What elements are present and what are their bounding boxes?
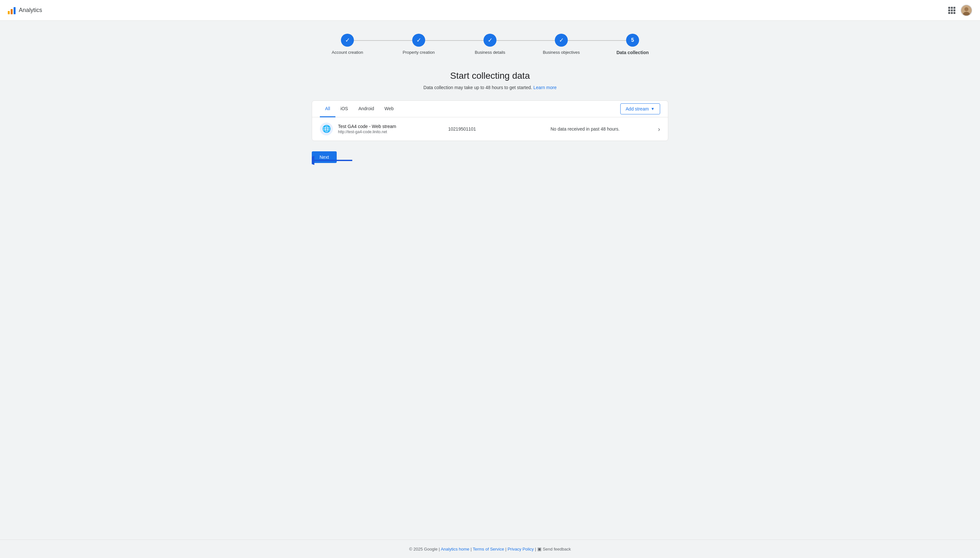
user-avatar[interactable]	[960, 5, 972, 16]
step-label-1: Account creation	[332, 50, 363, 55]
svg-point-1	[964, 7, 969, 11]
step-number-5: 5	[631, 37, 634, 43]
tabs-left: All iOS Android Web	[320, 101, 399, 117]
step-circle-3: ✓	[484, 34, 496, 47]
logo-bar-1	[8, 11, 10, 14]
step-account-creation: ✓ Account creation	[312, 34, 383, 55]
step-label-4: Business objectives	[543, 50, 580, 55]
arrow-annotation	[312, 151, 354, 169]
checkmark-4: ✓	[559, 37, 564, 44]
step-label-3: Business details	[475, 50, 505, 55]
tab-android[interactable]: Android	[353, 101, 379, 117]
next-button-container: Next	[312, 151, 668, 163]
footer-separator-4: |	[535, 547, 537, 551]
stream-url: http://test-ga4-code.linito.net	[338, 130, 435, 134]
stream-chevron-right-icon: ›	[658, 125, 660, 133]
privacy-link[interactable]: Privacy Policy	[507, 547, 534, 551]
step-circle-2: ✓	[412, 34, 425, 47]
analytics-logo	[8, 7, 16, 14]
globe-icon: 🌐	[322, 125, 331, 133]
stream-id: 10219501101	[435, 126, 551, 131]
subtitle-text: Data collection may take up to 48 hours …	[424, 85, 532, 90]
page-footer: © 2025 Google | Analytics home | Terms o…	[0, 540, 980, 558]
step-circle-4: ✓	[555, 34, 568, 47]
step-circle-5: 5	[626, 34, 639, 47]
feedback-label: Send feedback	[543, 547, 571, 551]
page-title: Start collecting data	[450, 71, 530, 81]
step-label-2: Property creation	[403, 50, 435, 55]
tab-all[interactable]: All	[320, 101, 335, 117]
header-right	[948, 5, 972, 16]
step-data-collection: 5 Data collection	[597, 34, 668, 55]
chevron-down-icon: ▼	[651, 107, 655, 111]
stream-info: Test GA4 code - Web stream http://test-g…	[338, 124, 435, 134]
step-business-details: ✓ Business details	[454, 34, 526, 55]
apps-icon[interactable]	[948, 7, 955, 14]
step-business-objectives: ✓ Business objectives	[526, 34, 597, 55]
terms-link[interactable]: Terms of Service	[473, 547, 504, 551]
footer-separator-2: |	[471, 547, 473, 551]
add-stream-button[interactable]: Add stream ▼	[620, 103, 660, 114]
web-stream-icon: 🌐	[320, 123, 333, 135]
checkmark-3: ✓	[488, 37, 492, 44]
stepper: ✓ Account creation ✓ Property creation ✓…	[312, 34, 668, 55]
send-feedback-button[interactable]: ▣ Send feedback	[537, 547, 571, 551]
page-content: Start collecting data Data collection ma…	[312, 71, 668, 163]
stream-row[interactable]: 🌐 Test GA4 code - Web stream http://test…	[312, 117, 668, 141]
main-content: ✓ Account creation ✓ Property creation ✓…	[0, 21, 980, 540]
feedback-icon: ▣	[537, 547, 542, 551]
stream-name: Test GA4 code - Web stream	[338, 124, 435, 129]
learn-more-link[interactable]: Learn more	[534, 85, 557, 90]
step-label-5: Data collection	[616, 50, 649, 55]
logo-bar-2	[11, 9, 13, 14]
tab-web[interactable]: Web	[379, 101, 399, 117]
app-title: Analytics	[19, 7, 42, 14]
page-subtitle: Data collection may take up to 48 hours …	[424, 85, 557, 90]
header-left: Analytics	[8, 7, 42, 14]
stream-status: No data received in past 48 hours.	[551, 126, 653, 131]
step-circle-1: ✓	[341, 34, 354, 47]
analytics-home-link[interactable]: Analytics home	[441, 547, 469, 551]
data-streams-card: All iOS Android Web Add stream ▼	[312, 100, 668, 141]
copyright: © 2025 Google	[409, 547, 438, 551]
logo-bar-3	[14, 7, 16, 14]
card-tabs-bar: All iOS Android Web Add stream ▼	[312, 101, 668, 117]
checkmark-2: ✓	[417, 37, 421, 44]
checkmark-1: ✓	[345, 37, 350, 44]
step-property-creation: ✓ Property creation	[383, 34, 454, 55]
tab-ios[interactable]: iOS	[335, 101, 353, 117]
app-header: Analytics	[0, 0, 980, 21]
